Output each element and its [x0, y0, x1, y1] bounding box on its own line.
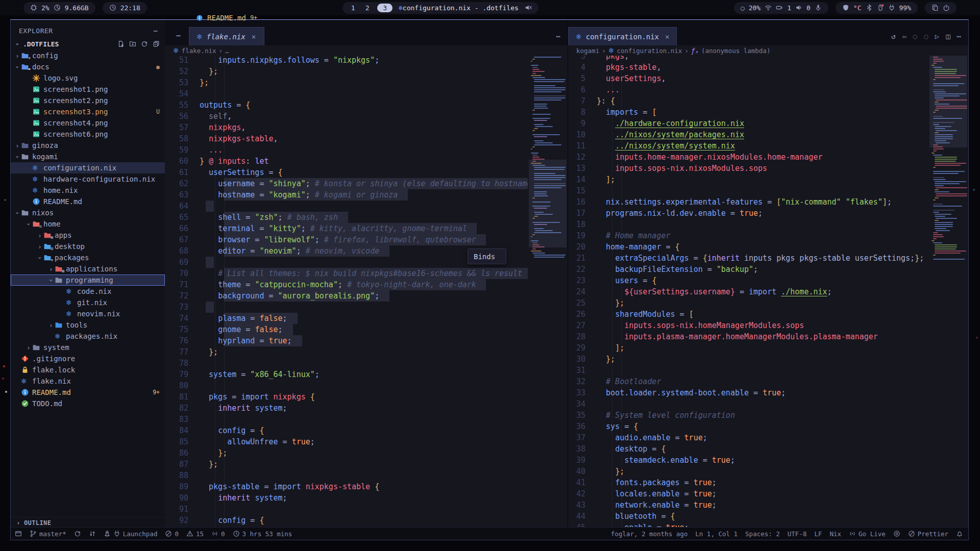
close-tab-icon[interactable]: ×: [665, 33, 669, 41]
tree-item-code-nix[interactable]: ❄code.nix: [11, 286, 165, 297]
status-left-3-hrs-53-mins[interactable]: 3 hrs 53 mins: [233, 530, 292, 538]
open-changes-icon[interactable]: ⇦: [902, 32, 906, 40]
minimap-slider[interactable]: [529, 160, 567, 247]
status-left-launchpad[interactable]: Launchpad: [104, 530, 158, 538]
tree-item-flake-nix[interactable]: ❄flake.nix: [11, 375, 165, 387]
status-right-utf-8[interactable]: UTF-8: [788, 530, 807, 538]
status-right-lf[interactable]: LF: [814, 530, 822, 538]
microphone-icon[interactable]: [815, 4, 822, 11]
tree-item-screenshot3-png[interactable]: screenshot3.pngU: [11, 106, 165, 117]
minimap-slider[interactable]: [929, 56, 967, 147]
status-right-ln-1-col-1[interactable]: Ln 1, Col 1: [695, 530, 738, 538]
tree-item-home[interactable]: ›⌂home: [11, 218, 165, 230]
clipboard-icon[interactable]: [932, 4, 939, 11]
new-file-button[interactable]: [117, 40, 125, 48]
status-right-foglar-2-months-ago[interactable]: foglar, 2 months ago: [611, 530, 688, 538]
new-folder-button[interactable]: [129, 40, 136, 48]
status-right-nix[interactable]: Nix: [830, 530, 842, 538]
status-left-0[interactable]: 0: [165, 530, 179, 538]
tree-item-kogami[interactable]: ›kogami: [11, 151, 165, 162]
file-tree: ›✳config›≡docs●logo.svgscreenshot1.pngsc…: [11, 50, 165, 409]
minimap[interactable]: [929, 56, 967, 540]
tab-flake-nix[interactable]: ❄flake.nix×: [189, 27, 264, 45]
minimap[interactable]: [529, 56, 567, 540]
breadcrumb-segment[interactable]: …: [225, 47, 229, 55]
tree-item-docs[interactable]: ›≡docs●: [11, 61, 165, 72]
tree-item-hardware-configuration-nix[interactable]: ❄hardware-configuration.nix: [11, 173, 165, 185]
tree-item-screenshot4-png[interactable]: screenshot4.png: [11, 117, 165, 129]
tree-item-desktop[interactable]: ›⊡desktop: [11, 241, 165, 252]
tree-item-packages-nix[interactable]: ❄packages.nix: [11, 331, 165, 342]
breadcrumb-segment[interactable]: configuration.nix: [617, 47, 682, 55]
prev-change-icon[interactable]: ○: [913, 32, 917, 40]
power-button-icon[interactable]: [943, 4, 950, 11]
tree-item-home-nix[interactable]: ❄home.nix: [11, 185, 165, 196]
workspace-section-header[interactable]: › .DOTFILES: [11, 38, 165, 50]
tree-item-applications[interactable]: ›⊞applications: [11, 263, 165, 274]
status-left-updown[interactable]: [89, 530, 96, 537]
tree-item-screenshot6-png[interactable]: screenshot6.png: [11, 129, 165, 140]
status-left-sync[interactable]: [74, 530, 81, 537]
brightness-level[interactable]: 20%: [749, 4, 761, 12]
status-right-ext[interactable]: [893, 530, 900, 537]
tab-overflow-button[interactable]: ⋯: [165, 31, 189, 45]
code-editor-configuration-nix[interactable]: 3 pkgs,4 pkgs-stable,5 userSettings,6 ..…: [568, 56, 968, 540]
tab-configuration-nix[interactable]: ❄configuration.nix×: [568, 27, 677, 45]
volume-icon[interactable]: [795, 4, 802, 11]
more-actions-button[interactable]: ⋯: [556, 32, 560, 40]
tab-readme-md[interactable]: README.md9+: [189, 9, 264, 27]
tree-item-flake-lock[interactable]: flake.lock: [11, 364, 165, 375]
status-left-0[interactable]: 0: [211, 530, 225, 538]
bluetooth-icon[interactable]: [866, 4, 873, 11]
collapse-folders-button[interactable]: [153, 40, 160, 48]
code-editor-flake-nix[interactable]: 51 inputs.nixpkgs.follows = "nixpkgs";52…: [165, 56, 568, 540]
mouse-icon[interactable]: [877, 4, 884, 11]
refresh-explorer-button[interactable]: [141, 40, 148, 48]
tree-item-tools[interactable]: ›tools: [11, 319, 165, 331]
tree-item-nixos[interactable]: ›nixos: [11, 207, 165, 218]
outline-section[interactable]: › OUTLINE: [11, 517, 165, 528]
status-left-15[interactable]: 15: [186, 530, 204, 538]
run-icon[interactable]: ▷: [935, 32, 939, 40]
breadcrumb-segment[interactable]: flake.nix: [182, 47, 216, 55]
tree-item-system[interactable]: ›system: [11, 342, 165, 353]
tree-item-neovim-nix[interactable]: ❄neovim.nix: [11, 308, 165, 319]
status-left-master-[interactable]: master*: [30, 530, 66, 538]
tree-item-logo-svg[interactable]: logo.svg: [11, 72, 165, 84]
breadcrumb[interactable]: kogami›❄configuration.nix›ƒₓ(anonymous l…: [568, 45, 968, 56]
tree-item-todo-md[interactable]: TODO.md: [11, 398, 165, 409]
status-right-spaces-2[interactable]: Spaces: 2: [745, 530, 780, 538]
status-left-window[interactable]: [15, 530, 22, 537]
timeline-icon[interactable]: ↺: [891, 32, 895, 40]
next-change-icon[interactable]: ○: [924, 32, 928, 40]
tree-item-config[interactable]: ›✳config: [11, 50, 165, 61]
breadcrumb-segment[interactable]: kogami: [576, 47, 599, 55]
close-tab-icon[interactable]: ×: [252, 33, 256, 41]
tree-item-readme-md[interactable]: README.md9+: [11, 387, 165, 398]
tree-item-packages[interactable]: ›+packages: [11, 252, 165, 263]
workspace-3-active[interactable]: 3: [377, 4, 393, 12]
status-right-prettier[interactable]: Prettier: [908, 530, 948, 538]
workspace-1[interactable]: 1: [349, 4, 357, 12]
wifi-icon[interactable]: [765, 4, 772, 11]
tree-item-programming[interactable]: ›programming: [11, 274, 165, 286]
vpn-shield-icon[interactable]: [842, 4, 849, 11]
explorer-more-button[interactable]: ⋯: [154, 27, 158, 35]
tree-item-ginoza[interactable]: ›ginoza: [11, 140, 165, 151]
tree-item-git-nix[interactable]: ❄git.nix: [11, 297, 165, 308]
tree-item--gitignore[interactable]: .gitignore: [11, 353, 165, 364]
tree-item-screenshot1-png[interactable]: screenshot1.png: [11, 84, 165, 95]
tree-item-readme-md[interactable]: README.md: [11, 196, 165, 207]
temperature-icon[interactable]: °C: [853, 4, 862, 12]
status-right-go-live[interactable]: Go Live: [849, 530, 886, 538]
speaker-muted-icon[interactable]: [525, 4, 532, 11]
tree-item-apps[interactable]: ›⊞apps: [11, 230, 165, 241]
breadcrumb-segment[interactable]: (anonymous lambda): [701, 47, 770, 55]
tree-item-screenshot2-png[interactable]: screenshot2.png: [11, 95, 165, 106]
more-actions-button[interactable]: ⋯: [957, 32, 961, 40]
workspace-2[interactable]: 2: [363, 4, 372, 12]
tree-item-configuration-nix[interactable]: ❄configuration.nix: [11, 162, 165, 173]
breadcrumb[interactable]: ❄flake.nix›…: [165, 45, 568, 56]
split-editor-icon[interactable]: ◫: [946, 32, 950, 40]
status-right-bell[interactable]: [956, 530, 963, 537]
